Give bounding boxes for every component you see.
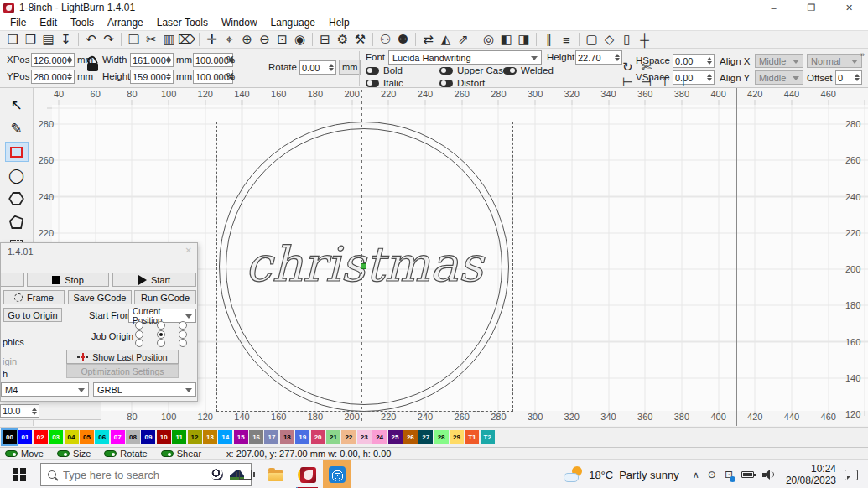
zoom-in-icon[interactable]: ⊕ — [238, 31, 256, 48]
palette-swatch-23[interactable]: 23 — [357, 430, 372, 444]
palette-swatch-25[interactable]: 25 — [388, 430, 403, 444]
job-origin-dot-1[interactable] — [157, 321, 165, 330]
print-and-cut-icon[interactable]: ✄ — [642, 60, 652, 75]
clipped-interval-field[interactable]: 10.0 — [0, 404, 39, 418]
tray-app-icon-2[interactable]: ⊡ — [725, 469, 733, 480]
palette-swatch-06[interactable]: 06 — [95, 430, 109, 444]
copy-icon[interactable]: ❏ — [125, 31, 143, 48]
taskbar-clock[interactable]: 10:24 20/08/2023 — [786, 463, 836, 486]
volume-icon[interactable] — [762, 470, 775, 480]
lightburn-taskbar-button[interactable] — [294, 460, 322, 488]
new-file-icon[interactable]: ❑ — [4, 31, 22, 48]
job-origin-selector[interactable] — [128, 321, 194, 348]
cut-icon[interactable]: ✂ — [143, 31, 160, 48]
palette-swatch-02[interactable]: 02 — [34, 430, 48, 444]
file-explorer-button[interactable] — [262, 460, 290, 488]
palette-swatch-03[interactable]: 03 — [49, 430, 63, 444]
status-toggle-size[interactable]: Size — [57, 449, 91, 459]
open-file-icon[interactable]: ❒ — [22, 31, 39, 48]
job-origin-dot-7[interactable] — [157, 339, 165, 347]
palette-swatch-05[interactable]: 05 — [80, 430, 94, 444]
offset-field[interactable]: 0 — [835, 70, 862, 85]
rectangle-tool[interactable] — [5, 142, 29, 162]
status-toggle-rotate[interactable]: Rotate — [104, 449, 147, 459]
frame-selection-icon[interactable]: ⊡ — [273, 31, 291, 48]
job-origin-dot-4[interactable] — [157, 330, 165, 339]
palette-swatch-19[interactable]: 19 — [295, 430, 309, 444]
menu-edit[interactable]: Edit — [33, 17, 64, 29]
settings-gear-icon[interactable]: ⚙ — [334, 31, 351, 48]
menu-arrange[interactable]: Arrange — [101, 17, 150, 29]
palette-swatch-29[interactable]: 29 — [450, 430, 464, 444]
shape-tool[interactable] — [5, 212, 29, 232]
job-origin-dot-0[interactable] — [135, 321, 143, 330]
delete-icon[interactable]: ⌦ — [178, 31, 195, 48]
weather-widget[interactable]: 18°C Partly sunny — [589, 469, 679, 481]
distribute-vertical-icon[interactable]: ≡ — [558, 31, 575, 48]
palette-swatch-18[interactable]: 18 — [280, 430, 294, 444]
active-app-button[interactable] — [323, 460, 351, 488]
ellipse-tool[interactable]: ◯ — [5, 165, 29, 185]
align-horizontal-icon[interactable]: ◧ — [497, 31, 515, 48]
palette-swatch-17[interactable]: 17 — [264, 430, 278, 444]
battery-icon[interactable] — [741, 471, 754, 478]
user-icon[interactable]: ⚉ — [394, 31, 412, 48]
palette-swatch-24[interactable]: 24 — [372, 430, 387, 444]
palette-swatch-09[interactable]: 09 — [141, 430, 155, 444]
stop-button[interactable]: Stop — [27, 273, 109, 287]
hidden-icons-chevron[interactable]: ∧ — [693, 470, 699, 480]
refresh-devices-icon[interactable]: ↻ — [622, 60, 633, 75]
menu-file[interactable]: File — [3, 17, 33, 29]
save-gcode-button[interactable]: Save GCode — [68, 290, 132, 304]
notification-center-icon[interactable] — [845, 470, 858, 480]
palette-swatch-15[interactable]: 15 — [234, 430, 248, 444]
palette-swatch-28[interactable]: 28 — [434, 430, 449, 444]
palette-swatch-21[interactable]: 21 — [326, 430, 340, 444]
task-view-button[interactable] — [231, 460, 259, 488]
position-crosshair-icon[interactable]: ┼ — [636, 31, 653, 48]
zoom-fit-icon[interactable]: ⌖ — [221, 31, 238, 48]
monitor-icon[interactable]: ⊟ — [316, 31, 334, 48]
palette-swatch-13[interactable]: 13 — [203, 430, 217, 444]
start-button[interactable]: Start — [112, 273, 196, 287]
origin-target-icon[interactable]: ◎ — [480, 31, 497, 48]
draw-lines-tool[interactable]: ✎ — [5, 118, 29, 138]
menu-language[interactable]: Language — [264, 17, 322, 29]
mirror-icon[interactable]: ◭ — [437, 31, 455, 48]
run-gcode-button[interactable]: Run GCode — [134, 290, 196, 304]
distribute-horizontal-icon[interactable]: ∥ — [540, 31, 558, 48]
status-toggle-shear[interactable]: Shear — [161, 449, 201, 459]
palette-swatch-12[interactable]: 12 — [188, 430, 202, 444]
palette-swatch-11[interactable]: 11 — [172, 430, 186, 444]
palette-swatch-10[interactable]: 10 — [157, 430, 171, 444]
palette-swatch-26[interactable]: 26 — [403, 430, 418, 444]
status-toggle-move[interactable]: Move — [5, 449, 44, 459]
job-origin-dot-8[interactable] — [179, 339, 187, 347]
flip-horizontal-icon[interactable]: ⇄ — [419, 31, 437, 48]
palette-swatch-14[interactable]: 14 — [218, 430, 232, 444]
start-button[interactable] — [0, 460, 39, 488]
taskbar-search[interactable] — [40, 463, 252, 486]
save-file-icon[interactable]: ▤ — [39, 31, 57, 48]
tray-app-icon-1[interactable]: ⊙ — [708, 469, 716, 480]
show-last-position-button[interactable]: Show Last Position — [66, 350, 179, 364]
skew-icon[interactable]: ⇗ — [455, 31, 472, 48]
import-icon[interactable]: ↧ — [57, 31, 75, 48]
slot-icon[interactable]: ▯ — [618, 31, 636, 48]
palette-swatch-T2[interactable]: T2 — [481, 430, 495, 444]
paste-icon[interactable]: ▥ — [160, 31, 178, 48]
palette-swatch-07[interactable]: 07 — [111, 430, 125, 444]
device-combo[interactable]: GRBL — [93, 382, 196, 397]
menu-laser-tools[interactable]: Laser Tools — [150, 17, 215, 29]
align-vertical-icon[interactable]: ◨ — [515, 31, 533, 48]
select-tool[interactable]: ↖ — [5, 95, 29, 115]
frame-button[interactable]: Frame — [3, 290, 65, 304]
palette-swatch-04[interactable]: 04 — [65, 430, 79, 444]
palette-swatch-00[interactable]: 00 — [3, 430, 17, 444]
minimize-button[interactable]: – — [755, 0, 793, 15]
palette-swatch-22[interactable]: 22 — [341, 430, 356, 444]
palette-swatch-16[interactable]: 16 — [249, 430, 263, 444]
pan-icon[interactable]: ✛ — [203, 31, 221, 48]
menu-tools[interactable]: Tools — [64, 17, 101, 29]
menu-window[interactable]: Window — [215, 17, 264, 29]
